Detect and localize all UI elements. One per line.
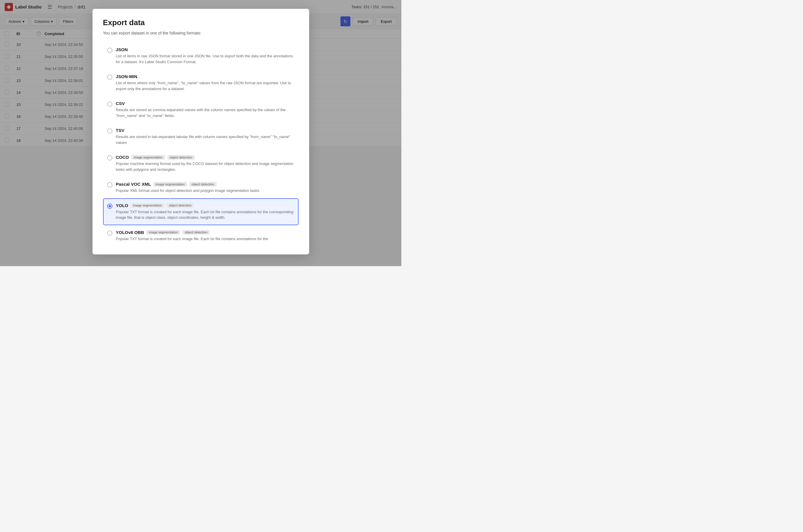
format-name-row: Pascal VOC XML image segmentationobject … <box>116 182 294 187</box>
format-item-pascal-voc[interactable]: Pascal VOC XML image segmentationobject … <box>103 177 298 198</box>
format-name-row: TSV <box>116 128 294 133</box>
radio-coco[interactable] <box>107 155 112 160</box>
format-tag: object detection <box>182 230 209 234</box>
radio-pascal-voc[interactable] <box>107 182 112 188</box>
format-item-tsv[interactable]: TSV Results are stored in tab-separated … <box>103 123 298 150</box>
format-content-tsv: TSV Results are stored in tab-separated … <box>116 128 294 145</box>
format-content-csv: CSV Results are stored as comma-separate… <box>116 101 294 118</box>
format-name: JSON <box>116 47 128 52</box>
format-content-yolo: YOLO image segmentationobject detection … <box>116 203 294 221</box>
format-list: JSON List of items in raw JSON format st… <box>103 42 298 246</box>
format-name: CSV <box>116 101 125 106</box>
format-name: TSV <box>116 128 124 133</box>
format-tag: image segmentation <box>153 182 187 187</box>
format-name: JSON-MIN <box>116 74 137 79</box>
format-name-row: JSON-MIN <box>116 74 294 79</box>
format-item-json[interactable]: JSON List of items in raw JSON format st… <box>103 42 298 69</box>
format-content-yolov8-obb: YOLOv8 OBB image segmentationobject dete… <box>116 230 294 242</box>
format-desc: List of items in raw JSON format stored … <box>116 53 294 65</box>
format-content-json: JSON List of items in raw JSON format st… <box>116 47 294 65</box>
format-name: YOLO <box>116 203 129 208</box>
format-name: Pascal VOC XML <box>116 182 151 187</box>
format-tag: image segmentation <box>131 155 165 160</box>
format-item-json-min[interactable]: JSON-MIN List of items where only "from_… <box>103 69 298 96</box>
format-desc: Popular machine learning format used by … <box>116 161 294 172</box>
format-desc: Popular TXT format is created for each i… <box>116 209 294 221</box>
format-tag: image segmentation <box>131 203 164 208</box>
format-name: COCO <box>116 155 129 160</box>
format-content-pascal-voc: Pascal VOC XML image segmentationobject … <box>116 182 294 194</box>
format-desc: Popular XML format used for object detec… <box>116 188 294 194</box>
format-desc: Results are stored as comma-separated va… <box>116 107 294 118</box>
radio-json[interactable] <box>107 48 112 53</box>
format-item-yolov8-obb[interactable]: YOLOv8 OBB image segmentationobject dete… <box>103 225 298 247</box>
format-desc: Popular TXT format is created for each i… <box>116 236 294 242</box>
radio-csv[interactable] <box>107 101 112 107</box>
format-tag: object detection <box>167 203 194 208</box>
format-tag: object detection <box>189 182 217 187</box>
format-desc: Results are stored in tab-separated tabu… <box>116 134 294 145</box>
format-content-json-min: JSON-MIN List of items where only "from_… <box>116 74 294 92</box>
modal-overlay: Export data You can export dataset in on… <box>0 0 401 266</box>
modal-footer: Files are being prepared. It might take … <box>103 253 298 254</box>
format-name-row: YOLO image segmentationobject detection <box>116 203 294 208</box>
format-name-row: COCO image segmentationobject detection <box>116 155 294 160</box>
modal-subtitle: You can export dataset in one of the fol… <box>103 31 298 35</box>
format-desc: List of items where only "from_name", "t… <box>116 80 294 92</box>
format-item-yolo[interactable]: YOLO image segmentationobject detection … <box>103 198 298 225</box>
format-name: YOLOv8 OBB <box>116 230 144 235</box>
radio-tsv[interactable] <box>107 128 112 134</box>
format-tag: object detection <box>167 155 195 160</box>
export-modal: Export data You can export dataset in on… <box>92 9 309 254</box>
radio-yolo[interactable] <box>107 204 112 209</box>
format-tag: image segmentation <box>146 230 180 234</box>
format-item-csv[interactable]: CSV Results are stored as comma-separate… <box>103 96 298 123</box>
modal-title: Export data <box>103 18 298 27</box>
format-content-coco: COCO image segmentationobject detection … <box>116 155 294 172</box>
format-item-coco[interactable]: COCO image segmentationobject detection … <box>103 150 298 177</box>
radio-yolov8-obb[interactable] <box>107 230 112 236</box>
format-name-row: JSON <box>116 47 294 52</box>
format-name-row: YOLOv8 OBB image segmentationobject dete… <box>116 230 294 235</box>
radio-json-min[interactable] <box>107 75 112 80</box>
format-name-row: CSV <box>116 101 294 106</box>
